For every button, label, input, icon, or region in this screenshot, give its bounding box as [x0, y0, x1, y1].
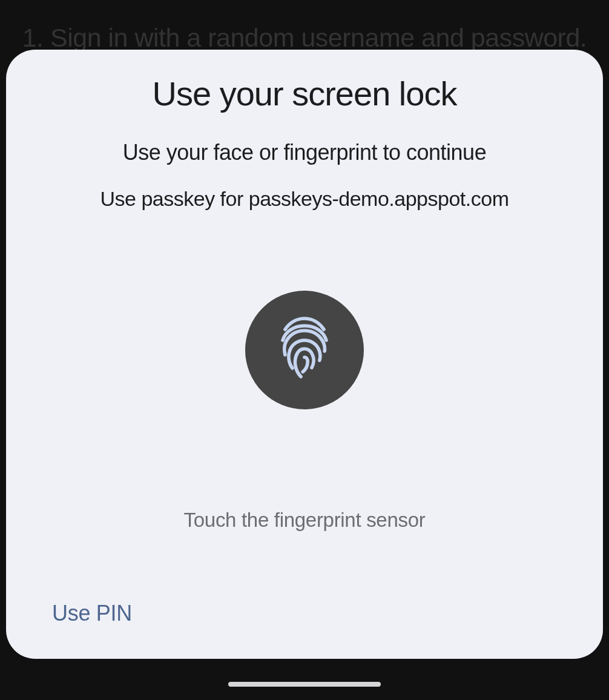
biometric-dialog: Use your screen lock Use your face or fi…: [6, 50, 603, 659]
fingerprint-hint: Touch the fingerprint sensor: [184, 509, 426, 532]
use-pin-button[interactable]: Use PIN: [52, 601, 132, 626]
fingerprint-sensor[interactable]: [245, 291, 364, 409]
background-step-text: 1. Sign in with a random username and pa…: [0, 23, 609, 53]
fingerprint-icon: [275, 316, 334, 384]
home-indicator[interactable]: [228, 682, 381, 687]
dialog-passkey-line: Use passkey for passkeys-demo.appspot.co…: [100, 187, 509, 211]
dialog-subtitle: Use your face or fingerprint to continue: [123, 140, 486, 165]
dialog-title: Use your screen lock: [153, 74, 457, 113]
